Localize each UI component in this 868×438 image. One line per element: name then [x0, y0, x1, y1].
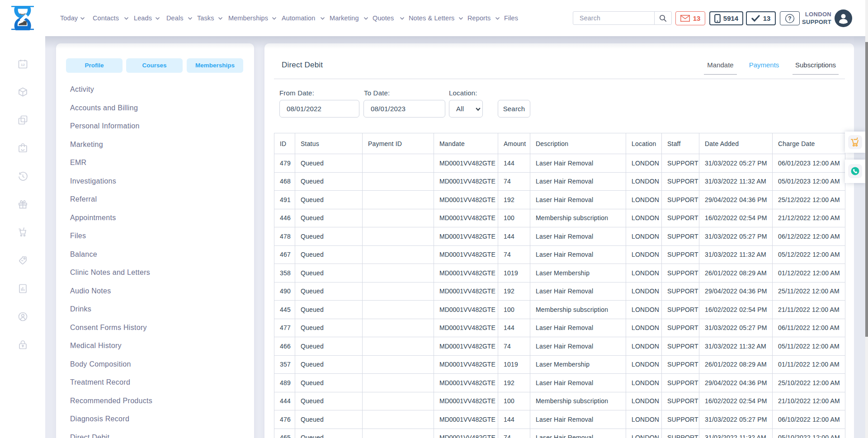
svg-text:12: 12 [21, 63, 25, 67]
